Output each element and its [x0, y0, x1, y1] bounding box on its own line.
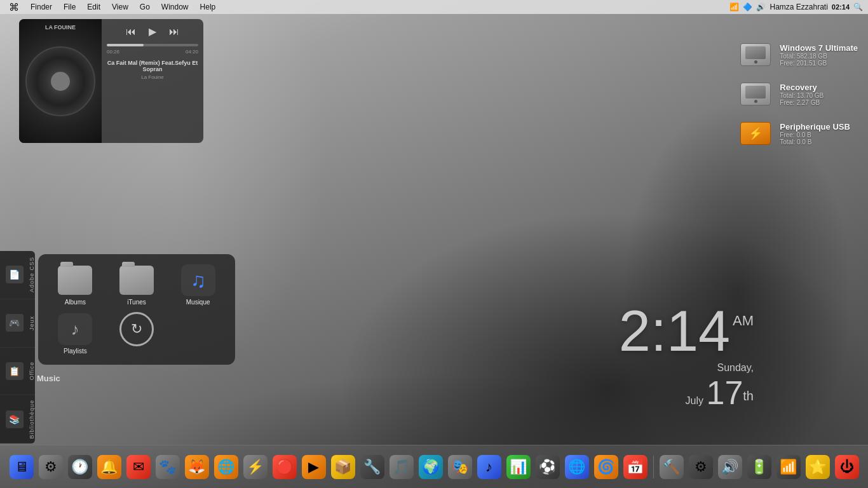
menubar-view[interactable]: View — [107, 1, 133, 13]
dock-item-app6[interactable]: 🌍 — [417, 453, 445, 481]
dock-item-app5[interactable]: 🔧 — [358, 453, 386, 481]
music-note-blue-icon: ♫ — [191, 269, 206, 292]
usb-free: Free: 0.0 B — [780, 132, 850, 139]
itunes-dock-icon: ♪ — [477, 455, 501, 479]
hdd-icon-win7 — [740, 43, 771, 66]
dock-item-mail[interactable]: ✉ — [125, 453, 153, 481]
track-artist: La Fouine — [107, 74, 198, 80]
musique-icon-container: ♫ — [181, 264, 215, 296]
folder-refresh[interactable]: ↻ — [110, 313, 164, 355]
dock-item-pref[interactable]: ⚙ — [687, 453, 715, 481]
app7-icon: 🎭 — [448, 455, 472, 479]
itunes-icon — [118, 264, 156, 296]
dock-item-power[interactable]: ⏻ — [833, 453, 861, 481]
sidebar-tab-office[interactable]: 📋 Office — [0, 348, 35, 396]
drive-windows7[interactable]: Windows 7 Ultimate Total: 582.18 GB Free… — [739, 41, 858, 68]
bluetooth-icon: 🔷 — [743, 3, 752, 11]
clock-suffix: th — [743, 389, 754, 403]
windows7-drive-icon — [739, 41, 772, 68]
folder-albums[interactable]: Albums — [48, 264, 102, 306]
usb-total: Total: 0.0 B — [780, 139, 850, 146]
drive-usb[interactable]: ⚡ Peripherique USB Free: 0.0 B Total: 0.… — [739, 120, 858, 147]
usb-info: Peripherique USB Free: 0.0 B Total: 0.0 … — [780, 122, 850, 146]
itunes-player: LA FOUINE ⏮ ▶ ⏭ 00:26 04:20 Ca Fait Mal … — [19, 19, 203, 143]
menubar-finder[interactable]: Finder — [25, 1, 57, 13]
dock-item-clock[interactable]: 🕐 — [66, 453, 94, 481]
menubar-go[interactable]: Go — [135, 1, 155, 13]
playlists-icon-container: ♪ — [58, 313, 92, 345]
mail-icon: ✉ — [126, 455, 151, 479]
folder-playlists[interactable]: ♪ Playlists — [48, 313, 102, 355]
dock-item-ie[interactable]: 🌐 — [563, 453, 591, 481]
sidebar-tab-jeux[interactable]: 🎮 Jeux — [0, 299, 35, 348]
recovery-total: Total: 13.70 GB — [780, 92, 824, 99]
app9-icon: 🌀 — [594, 455, 618, 479]
battery-icon: 🔋 — [747, 455, 771, 479]
vinyl-record — [25, 46, 95, 116]
dock-item-battery[interactable]: 🔋 — [745, 453, 773, 481]
dock-item-calendar[interactable]: 📅 — [621, 453, 649, 481]
football-icon: ⚽ — [536, 455, 560, 479]
clock-minute: 14 — [667, 302, 730, 360]
dock-item-vlc[interactable]: ▶ — [300, 453, 328, 481]
windows7-total: Total: 582.18 GB — [780, 53, 858, 60]
app-icon: 🦊 — [185, 455, 209, 479]
folder-itunes[interactable]: iTunes — [110, 264, 164, 306]
dock-item-app2[interactable]: ⚡ — [241, 453, 269, 481]
dock-item-growl[interactable]: 🔔 — [95, 453, 123, 481]
sidebar-stack: 📄 Adobe CSS 🎮 Jeux 📋 Office 📚 Bibliothèq… — [0, 251, 35, 444]
drive-recovery[interactable]: Recovery Total: 13.70 GB Free: 2.27 GB — [739, 81, 858, 107]
volume-icon: 🔊 — [756, 3, 766, 11]
calendar-icon: 📅 — [623, 455, 648, 479]
dock-item-firefox[interactable]: 🌐 — [212, 453, 240, 481]
sidebar-tab-bibliotheque[interactable]: 📚 Bibliothèque — [0, 395, 35, 444]
growl-icon: 🔔 — [97, 455, 121, 479]
dock-item-app4[interactable]: 📦 — [329, 453, 357, 481]
menubar-edit[interactable]: Edit — [82, 1, 105, 13]
dock-item-tools[interactable]: 🔨 — [658, 453, 686, 481]
app8-icon: 📊 — [506, 455, 531, 479]
next-button[interactable]: ⏭ — [168, 25, 180, 39]
dock-item-finder2[interactable]: 🐾 — [154, 453, 182, 481]
dock-item-vol[interactable]: 🔊 — [716, 453, 744, 481]
windows7-name: Windows 7 Ultimate — [780, 43, 858, 53]
dock-item-finder[interactable]: 🖥 — [8, 453, 36, 481]
menubar-window[interactable]: Window — [156, 1, 194, 13]
prev-button[interactable]: ⏮ — [125, 25, 137, 39]
dock-item-music[interactable]: 🎵 — [388, 453, 416, 481]
clock-icon: 🕐 — [68, 455, 92, 479]
dock-item-sysprefs[interactable]: ⚙ — [37, 453, 65, 481]
apple-menu[interactable]: ⌘ — [4, 1, 24, 13]
dock-item-star[interactable]: ⭐ — [804, 453, 832, 481]
app3-icon: 🔴 — [273, 455, 297, 479]
dock-item-app3[interactable]: 🔴 — [271, 453, 299, 481]
dock-item-football[interactable]: ⚽ — [534, 453, 562, 481]
bibliotheque-icon: 📚 — [6, 410, 24, 428]
menubar-help[interactable]: Help — [195, 1, 221, 13]
folder-musique[interactable]: ♫ Musique — [171, 264, 225, 306]
vol-icon: 🔊 — [718, 455, 742, 479]
clock-date: Sunday, July 17th — [619, 362, 754, 412]
albums-label: Albums — [65, 299, 86, 306]
search-icon[interactable]: 🔍 — [853, 3, 863, 11]
clock-hour: 2 — [619, 302, 651, 360]
wifi-dock-icon: 📶 — [776, 455, 801, 479]
sysprefs-icon: ⚙ — [39, 455, 63, 479]
recovery-info: Recovery Total: 13.70 GB Free: 2.27 GB — [780, 83, 824, 106]
play-button[interactable]: ▶ — [147, 24, 158, 39]
album-art: LA FOUINE — [19, 19, 102, 143]
dock-item-app7[interactable]: 🎭 — [446, 453, 474, 481]
dock-item-app9[interactable]: 🌀 — [592, 453, 620, 481]
dock-item-wifi[interactable]: 📶 — [775, 453, 803, 481]
sidebar-tab-adobecss[interactable]: 📄 Adobe CSS — [0, 251, 35, 299]
dock-item-app8[interactable]: 📊 — [505, 453, 532, 481]
itunes-controls: ⏮ ▶ ⏭ 00:26 04:20 Ca Fait Mal (Remix) Fe… — [102, 19, 203, 143]
dock-item-app[interactable]: 🦊 — [183, 453, 211, 481]
wifi-icon: 📶 — [729, 3, 739, 11]
menubar-file[interactable]: File — [58, 1, 81, 13]
hdd-icon-recovery — [740, 83, 771, 105]
progress-bar[interactable] — [107, 44, 198, 46]
dock-item-itunes[interactable]: ♪ — [475, 453, 503, 481]
music-stack-label: Music — [37, 374, 60, 383]
dock: 🖥 ⚙ 🕐 🔔 ✉ 🐾 🦊 🌐 ⚡ 🔴 ▶ 📦 🔧 🎵 🌍 🎭 — [0, 445, 868, 488]
